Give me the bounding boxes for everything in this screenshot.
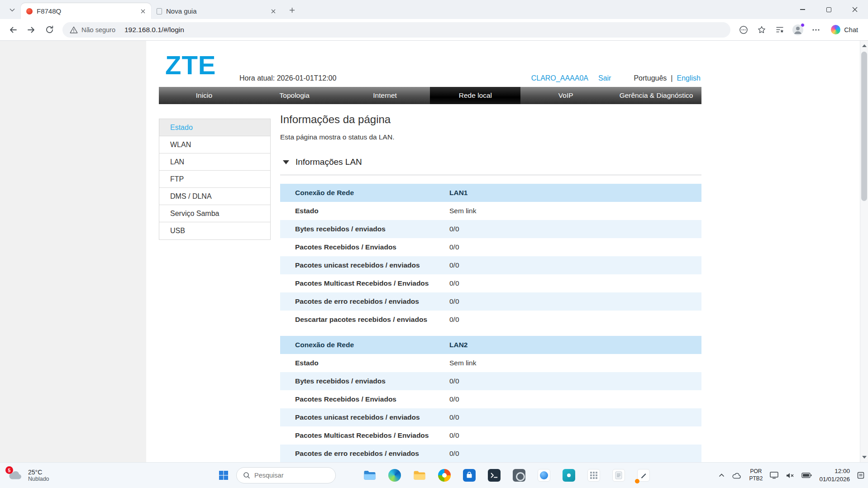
language-line2: PTB2 [749, 475, 763, 483]
language-line1: POR [749, 468, 763, 475]
profile-avatar[interactable] [789, 21, 806, 38]
browser-tab-newtab[interactable]: Nova guia [151, 3, 281, 19]
settings-more-icon[interactable] [807, 21, 825, 38]
sidebar-item-usb[interactable]: USB [159, 222, 270, 239]
language-indicator[interactable]: POR PTB2 [749, 468, 763, 482]
back-button[interactable] [5, 21, 22, 38]
table-row: Estado Sem link [280, 202, 701, 220]
lan-info-section-toggle[interactable]: Informações LAN [283, 157, 362, 167]
zte-logo: ZTE [165, 50, 216, 80]
header-label: Conexão de Rede [280, 189, 449, 197]
row-label: Pacotes Multicast Recebidos / Enviados [280, 279, 449, 287]
clock-time: 12:00 [819, 467, 850, 475]
onedrive-icon[interactable] [732, 472, 742, 479]
taskbar-tray: POR PTB2 12:00 01/01/2026 [719, 463, 864, 488]
extensions-icon[interactable] [735, 21, 752, 38]
copilot-chat-button[interactable]: Chat [825, 23, 863, 37]
file-explorer-icon[interactable] [363, 469, 377, 482]
browser-viewport: ZTE Hora atual: 2026-01-01T12:00 CLARO_A… [0, 41, 868, 462]
terminal-app-icon[interactable] [487, 469, 501, 482]
tab-title: Nova guia [166, 7, 265, 15]
row-label: Pacotes unicast recebidos / enviados [280, 261, 449, 269]
tab-close-icon[interactable] [138, 7, 148, 16]
volume-muted-icon[interactable] [786, 472, 794, 479]
profile-notification-dot [801, 23, 805, 27]
row-value: 0/0 [449, 450, 459, 458]
sidebar-item-lan[interactable]: LAN [159, 153, 270, 171]
chat-label: Chat [844, 26, 858, 33]
table-row: Pacotes unicast recebidos / enviados 0/0 [280, 256, 701, 274]
sidebar-item-wlan[interactable]: WLAN [159, 136, 270, 153]
photos-icon[interactable] [438, 469, 451, 482]
taskbar-apps [363, 469, 650, 482]
row-label: Pacotes de erro recebidos / enviados [280, 297, 449, 306]
teams-app-icon[interactable] [562, 469, 576, 482]
search-input[interactable] [254, 472, 322, 479]
scrollbar-thumb[interactable] [861, 52, 867, 201]
collapse-triangle-icon [283, 160, 289, 164]
paint-app-icon[interactable] [537, 469, 551, 482]
row-value: 0/0 [449, 377, 459, 385]
header-value: LAN2 [449, 341, 467, 349]
row-label: Pacotes unicast recebidos / enviados [280, 413, 449, 421]
favorites-icon[interactable] [753, 21, 770, 38]
table-row: Pacotes Recebidos / Enviados 0/0 [280, 238, 701, 256]
clock-widget[interactable]: 12:00 01/01/2026 [819, 467, 850, 483]
weather-cloud-icon: 5 [8, 470, 24, 481]
weather-widget[interactable]: 5 25°C Nublado [5, 463, 53, 488]
new-tab-button[interactable] [285, 3, 299, 17]
grid-app-icon[interactable] [587, 469, 601, 482]
camera-app-icon[interactable] [512, 469, 526, 482]
header-value: LAN1 [449, 189, 467, 197]
start-button[interactable] [214, 465, 234, 485]
nav-item-inicio[interactable]: Inicio [159, 87, 249, 104]
row-value: Sem link [449, 359, 476, 367]
row-label: Pacotes Recebidos / Enviados [280, 395, 449, 403]
folder-icon[interactable] [413, 469, 426, 482]
page-title: Informações da página [280, 113, 391, 126]
table-row: Pacotes unicast recebidos / enviados 0/0 [280, 408, 701, 426]
weather-temperature: 25°C [28, 469, 49, 476]
battery-icon[interactable] [801, 473, 812, 478]
vertical-scrollbar[interactable] [860, 41, 868, 462]
hidden-icons-button[interactable] [719, 474, 725, 477]
forward-button[interactable] [23, 21, 40, 38]
row-label: Pacotes Multicast Recebidos / Enviados [280, 431, 449, 440]
triangle-down-icon [862, 456, 867, 459]
sidebar-item-dms-dlna[interactable]: DMS / DLNA [159, 188, 270, 205]
edge-icon[interactable] [388, 469, 401, 482]
weather-condition: Nublado [28, 476, 49, 482]
page-subtitle: Esta página mostra o status da LAN. [280, 133, 394, 141]
close-window-button[interactable] [842, 0, 868, 19]
notepad-app-icon[interactable] [612, 469, 625, 482]
taskbar-search[interactable] [236, 467, 336, 483]
tab-search-button[interactable] [5, 3, 19, 17]
favorites-hub-icon[interactable] [771, 21, 788, 38]
row-value: 0/0 [449, 413, 459, 421]
taskbar-center [214, 463, 650, 488]
notification-center-icon[interactable] [857, 472, 864, 479]
minimize-button[interactable] [789, 0, 816, 19]
search-icon [243, 472, 250, 479]
lan2-status-table: Conexão de Rede LAN2 Estado Sem link Byt… [280, 336, 701, 462]
pen-app-icon[interactable] [637, 469, 650, 482]
row-label: Pacotes Recebidos / Enviados [280, 243, 449, 251]
section-title: Informações LAN [296, 157, 362, 167]
browser-tab-router[interactable]: F8748Q [21, 3, 151, 19]
scroll-down-button[interactable] [860, 453, 868, 461]
tab-close-icon[interactable] [269, 7, 278, 16]
table-row: Bytes recebidos / enviados 0/0 [280, 372, 701, 390]
store-app-icon[interactable] [463, 469, 476, 482]
lan1-status-table: Conexão de Rede LAN1 Estado Sem link Byt… [280, 184, 701, 329]
reload-button[interactable] [41, 21, 58, 38]
maximize-button[interactable] [816, 0, 842, 19]
address-bar[interactable]: Não seguro 192.168.0.1/#/login [62, 22, 730, 38]
row-value: 0/0 [449, 431, 459, 440]
scroll-up-button[interactable] [860, 42, 868, 50]
network-icon[interactable] [770, 472, 778, 479]
table-row: Pacotes de erro recebidos / enviados 0/0 [280, 445, 701, 462]
section-divider [280, 175, 701, 175]
sidebar-item-estado[interactable]: Estado [159, 119, 270, 136]
sidebar-item-ftp[interactable]: FTP [159, 171, 270, 188]
sidebar-item-servico-samba[interactable]: Serviço Samba [159, 205, 270, 222]
